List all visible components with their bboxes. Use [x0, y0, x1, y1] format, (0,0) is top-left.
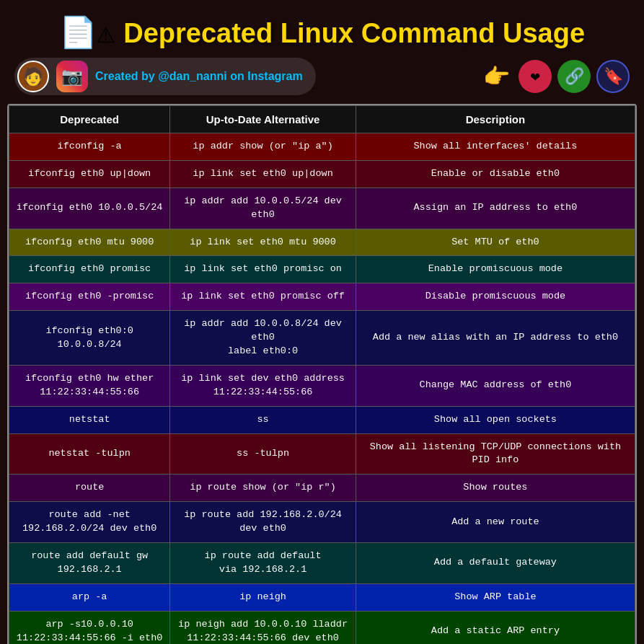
command-description: Show ARP table [356, 583, 635, 611]
command-description: Disable promiscuous mode [356, 283, 635, 311]
share-button[interactable]: 🔗 [557, 60, 591, 93]
alternative-command: ip link set dev eth0 address 11:22:33:44… [170, 365, 356, 406]
deprecated-command: ifconfig eth0 10.0.0.5/24 [9, 188, 170, 229]
deprecated-command: arp -s10.0.0.10 11:22:33:44:55:66 -i eth… [9, 611, 170, 644]
command-description: Add a new route [356, 502, 635, 543]
alternative-command: ip addr show (or "ip a") [170, 133, 356, 161]
alternative-command: ip route add 192.168.2.0/24 dev eth0 [170, 502, 356, 543]
alternative-command: ip link set eth0 promisc on [170, 256, 356, 283]
command-description: Set MTU of eth0 [356, 229, 635, 256]
col-description: Description [356, 106, 635, 133]
alternative-command: ip route show (or "ip r") [170, 475, 356, 502]
table-row: ifconfig eth0 up|downip link set eth0 up… [9, 160, 635, 188]
creator-platform: on Instagram [227, 70, 303, 82]
deprecated-command: ifconfig eth0 up|down [9, 160, 170, 188]
command-description: Show all listening TCP/UDP connections w… [356, 433, 635, 475]
table-row: netstat -tulpnss -tulpnShow all listenin… [9, 433, 635, 475]
alternative-command: ip link set eth0 promisc off [170, 283, 356, 311]
deprecated-command: arp -a [9, 583, 170, 611]
table-row: ifconfig eth0 hw ether 11:22:33:44:55:66… [9, 365, 635, 406]
alternative-command: ip neigh add 10.0.0.10 lladdr 11:22:33:4… [170, 611, 356, 644]
pointer-icon[interactable]: 👉 [480, 60, 513, 93]
deprecated-command: ifconfig eth0 -promisc [9, 283, 170, 311]
deprecated-command: ifconfig eth0 hw ether 11:22:33:44:55:66 [9, 365, 170, 406]
table-row: ifconfig eth0 promiscip link set eth0 pr… [9, 256, 635, 283]
avatar: 🧑 [17, 61, 49, 92]
command-description: Show all interfaces' details [356, 133, 635, 161]
deprecated-command: ifconfig -a [9, 133, 170, 161]
command-description: Enable or disable eth0 [356, 160, 635, 188]
creator-prefix: Created by [95, 70, 158, 82]
col-alternative: Up-to-Date Alternative [170, 106, 356, 133]
table-row: netstatssShow all open sockets [9, 406, 635, 433]
alternative-command: ip neigh [170, 583, 356, 611]
command-description: Add a static ARP entry [356, 611, 635, 644]
command-description: Add a default gateway [356, 543, 635, 584]
command-description: Enable promiscuous mode [356, 256, 635, 283]
table-row: ifconfig eth0 -promiscip link set eth0 p… [9, 283, 635, 311]
deprecated-command: netstat [9, 406, 170, 433]
table-row: ifconfig eth0 mtu 9000ip link set eth0 m… [9, 229, 635, 256]
main-table-wrapper: Deprecated Up-to-Date Alternative Descri… [7, 104, 637, 644]
deprecated-command: netstat -tulpn [9, 433, 170, 475]
table-row: route add default gw 192.168.2.1ip route… [9, 543, 635, 584]
table-row: arp -s10.0.0.10 11:22:33:44:55:66 -i eth… [9, 611, 635, 644]
table-row: arp -aip neighShow ARP table [9, 583, 635, 611]
alternative-command: ip addr add 10.0.0.5/24 dev eth0 [170, 188, 356, 229]
table-row: routeip route show (or "ip r")Show route… [9, 475, 635, 502]
deprecated-command: route [9, 475, 170, 502]
command-description: Change MAC address of eth0 [356, 365, 635, 406]
table-row: ifconfig eth0 10.0.0.5/24ip addr add 10.… [9, 188, 635, 229]
table-header-row: Deprecated Up-to-Date Alternative Descri… [9, 106, 635, 133]
deprecated-command: ifconfig eth0 promisc [9, 256, 170, 283]
alternative-command: ip link set eth0 up|down [170, 160, 356, 188]
creator-handle: @dan_nanni [158, 70, 227, 82]
social-buttons: 👉 ❤️ 🔗 🔖 [480, 60, 630, 93]
alternative-command: ip addr add 10.0.0.8/24 dev eth0 label e… [170, 311, 356, 366]
deprecated-command: ifconfig eth0 mtu 9000 [9, 229, 170, 256]
creator-bar: 🧑 📷 Created by @dan_nanni on Instagram 👉… [7, 58, 637, 95]
command-description: Add a new alias with an IP address to et… [356, 311, 635, 366]
command-description: Show routes [356, 475, 635, 502]
creator-text: Created by @dan_nanni on Instagram [95, 70, 303, 83]
alternative-command: ss -tulpn [170, 433, 356, 475]
alternative-command: ip link set eth0 mtu 9000 [170, 229, 356, 256]
table-row: route add -net 192.168.2.0/24 dev eth0ip… [9, 502, 635, 543]
deprecated-command: route add default gw 192.168.2.1 [9, 543, 170, 584]
heart-button[interactable]: ❤️ [519, 60, 552, 93]
page-title: Deprecated Linux Command Usage [123, 18, 585, 49]
command-description: Show all open sockets [356, 406, 635, 433]
title-icon: 📄⚠️ [59, 14, 115, 52]
table-row: ifconfig -aip addr show (or "ip a")Show … [9, 133, 635, 161]
deprecated-command: route add -net 192.168.2.0/24 dev eth0 [9, 502, 170, 543]
instagram-icon: 📷 [56, 61, 88, 92]
command-description: Assign an IP address to eth0 [356, 188, 635, 229]
alternative-command: ip route add default via 192.168.2.1 [170, 543, 356, 584]
deprecated-command: ifconfig eth0:0 10.0.0.8/24 [9, 311, 170, 366]
commands-table: Deprecated Up-to-Date Alternative Descri… [9, 105, 635, 644]
bookmark-button[interactable]: 🔖 [596, 60, 630, 93]
alternative-command: ss [170, 406, 356, 433]
title-bar: 📄⚠️ Deprecated Linux Command Usage [7, 14, 637, 52]
table-row: ifconfig eth0:0 10.0.0.8/24ip addr add 1… [9, 311, 635, 366]
col-deprecated: Deprecated [9, 106, 170, 133]
creator-info: 🧑 📷 Created by @dan_nanni on Instagram [14, 58, 316, 95]
